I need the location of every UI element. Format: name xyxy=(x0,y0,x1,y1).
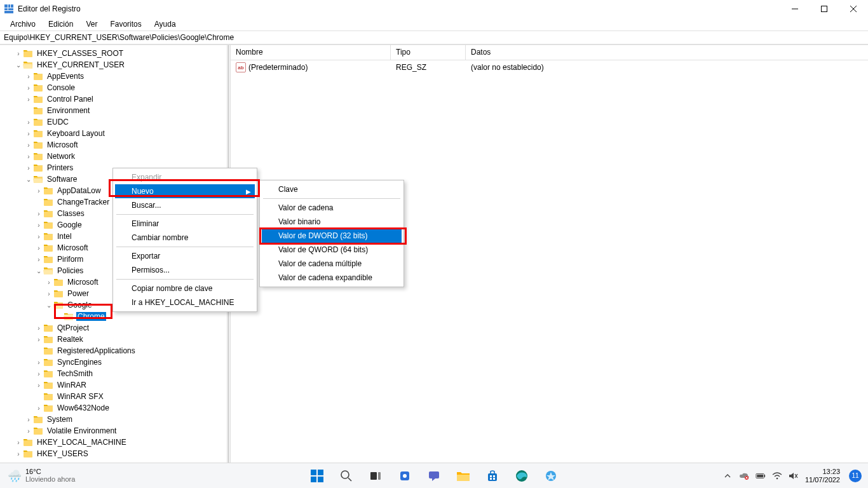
chevron-right-icon[interactable]: › xyxy=(34,233,43,240)
menu-item[interactable]: Valor binario xyxy=(262,215,402,229)
menu-item-ayuda[interactable]: Ayuda xyxy=(148,18,182,30)
chevron-right-icon[interactable]: › xyxy=(24,153,33,160)
tree-item[interactable]: ›WinRAR SFX xyxy=(0,391,227,402)
chevron-right-icon[interactable]: › xyxy=(24,165,33,172)
chat-button[interactable] xyxy=(422,464,446,488)
chevron-right-icon[interactable]: › xyxy=(34,325,43,332)
menu-item[interactable]: Cambiar nombre xyxy=(115,231,255,245)
menu-item[interactable]: Valor de cadena xyxy=(262,201,402,215)
menu-item[interactable]: Valor de DWORD (32 bits) xyxy=(262,229,402,243)
menu-item[interactable]: Nuevo▶ xyxy=(115,184,255,198)
tree-item[interactable]: ›Keyboard Layout xyxy=(0,128,227,139)
chevron-right-icon[interactable]: › xyxy=(14,439,23,446)
tree-item[interactable]: ›Network xyxy=(0,151,227,162)
address-bar[interactable]: Equipo\HKEY_CURRENT_USER\Software\Polici… xyxy=(0,30,868,44)
col-data-header[interactable]: Datos xyxy=(466,45,868,60)
chevron-right-icon[interactable]: › xyxy=(24,142,33,149)
tree-item[interactable]: ›HKEY_USERS xyxy=(0,448,227,459)
value-row[interactable]: ab(Predeterminado) REG_SZ (valor no esta… xyxy=(231,60,868,74)
minimize-button[interactable] xyxy=(780,0,810,18)
menu-item-edición[interactable]: Edición xyxy=(42,18,79,30)
chevron-right-icon[interactable]: › xyxy=(34,382,43,389)
tree-item[interactable]: ›Environment xyxy=(0,105,227,116)
chevron-right-icon[interactable]: › xyxy=(14,50,23,57)
menu-item[interactable]: Valor de cadena expandible xyxy=(262,271,402,285)
tree-item[interactable]: ›Wow6432Node xyxy=(0,402,227,414)
chevron-right-icon[interactable]: › xyxy=(34,405,43,412)
explorer-button[interactable] xyxy=(451,464,475,488)
onedrive-icon[interactable] xyxy=(739,471,749,481)
chevron-right-icon[interactable]: › xyxy=(24,73,33,80)
tree-item[interactable]: ›WinRAR xyxy=(0,379,227,391)
chevron-right-icon[interactable]: › xyxy=(24,416,33,423)
app-button[interactable] xyxy=(539,464,563,488)
col-name-header[interactable]: Nombre xyxy=(231,45,391,60)
chevron-right-icon[interactable]: › xyxy=(14,451,23,458)
menu-item[interactable]: Eliminar xyxy=(115,217,255,231)
chevron-down-icon[interactable]: ⌄ xyxy=(14,62,23,69)
tree-item[interactable]: ›Realtek xyxy=(0,334,227,345)
tree-item[interactable]: ›System xyxy=(0,414,227,425)
chevron-right-icon[interactable]: › xyxy=(24,428,33,435)
chevron-right-icon[interactable]: › xyxy=(24,119,33,126)
tree-item[interactable]: ›RegisteredApplications xyxy=(0,345,227,356)
search-button[interactable] xyxy=(334,464,358,488)
tree-item[interactable]: ›SyncEngines xyxy=(0,356,227,368)
tree-item[interactable]: ›AppEvents xyxy=(0,71,227,82)
menu-item[interactable]: Valor de cadena múltiple xyxy=(262,257,402,271)
maximize-button[interactable] xyxy=(810,0,839,18)
chevron-down-icon[interactable]: ⌄ xyxy=(24,176,33,183)
chevron-right-icon[interactable]: › xyxy=(24,85,33,92)
col-type-header[interactable]: Tipo xyxy=(391,45,466,60)
battery-icon[interactable] xyxy=(756,471,766,481)
menu-item-ver[interactable]: Ver xyxy=(79,18,104,30)
tree-item[interactable]: ›TechSmith xyxy=(0,368,227,379)
chevron-right-icon[interactable]: › xyxy=(34,256,43,263)
tree-item[interactable]: ›Console xyxy=(0,82,227,93)
context-menu[interactable]: ExpandirNuevo▶Buscar...EliminarCambiar n… xyxy=(112,168,257,312)
menu-item[interactable]: Permisos... xyxy=(115,263,255,277)
notification-badge[interactable]: 11 xyxy=(849,470,862,482)
widgets-button[interactable] xyxy=(393,464,417,488)
menu-item-favoritos[interactable]: Favoritos xyxy=(104,18,147,30)
chevron-right-icon[interactable]: › xyxy=(44,290,53,297)
chevron-right-icon[interactable]: › xyxy=(34,370,43,377)
chevron-down-icon[interactable]: ⌄ xyxy=(44,302,53,309)
tree-item[interactable]: ⌄HKEY_CURRENT_USER xyxy=(0,59,227,71)
menu-item[interactable]: Clave xyxy=(262,182,402,196)
wifi-icon[interactable] xyxy=(772,471,782,481)
store-button[interactable] xyxy=(480,464,505,488)
tree-item[interactable]: ›EUDC xyxy=(0,116,227,128)
tree-item[interactable]: ›Volatile Environment xyxy=(0,425,227,437)
chevron-right-icon[interactable]: › xyxy=(44,279,53,286)
tree-item[interactable]: ›Chrome xyxy=(0,311,227,322)
edge-button[interactable] xyxy=(510,464,534,488)
tree-item[interactable]: ›QtProject xyxy=(0,322,227,334)
tray-chevron-icon[interactable] xyxy=(722,471,733,481)
taskbar-clock[interactable]: 13:23 11/07/2022 xyxy=(805,468,840,483)
chevron-right-icon[interactable]: › xyxy=(34,222,43,229)
chevron-right-icon[interactable]: › xyxy=(24,96,33,103)
close-button[interactable] xyxy=(839,0,868,18)
start-button[interactable] xyxy=(305,464,329,488)
chevron-right-icon[interactable]: › xyxy=(34,336,43,343)
volume-icon[interactable] xyxy=(789,471,799,481)
tree-item[interactable]: ›Microsoft xyxy=(0,139,227,151)
menu-item[interactable]: Buscar... xyxy=(115,198,255,212)
taskview-button[interactable] xyxy=(363,464,388,488)
chevron-right-icon[interactable]: › xyxy=(34,210,43,217)
chevron-right-icon[interactable]: › xyxy=(34,245,43,252)
tree-item[interactable]: ›HKEY_LOCAL_MACHINE xyxy=(0,437,227,448)
menu-item-archivo[interactable]: Archivo xyxy=(4,18,42,30)
menu-item[interactable]: Exportar xyxy=(115,249,255,263)
menu-item[interactable]: Copiar nombre de clave xyxy=(115,281,255,295)
menu-item[interactable]: Ir a HKEY_LOCAL_MACHINE xyxy=(115,295,255,309)
chevron-right-icon[interactable]: › xyxy=(34,359,43,366)
context-submenu-new[interactable]: ClaveValor de cadenaValor binarioValor d… xyxy=(259,180,404,287)
chevron-down-icon[interactable]: ⌄ xyxy=(34,268,43,274)
taskbar-weather[interactable]: 🌧️ 16°C Lloviendo ahora xyxy=(0,468,75,483)
menu-item[interactable]: Valor de QWORD (64 bits) xyxy=(262,243,402,257)
chevron-right-icon[interactable]: › xyxy=(34,187,43,194)
tree-item[interactable]: ›Control Panel xyxy=(0,93,227,105)
chevron-right-icon[interactable]: › xyxy=(24,130,33,137)
